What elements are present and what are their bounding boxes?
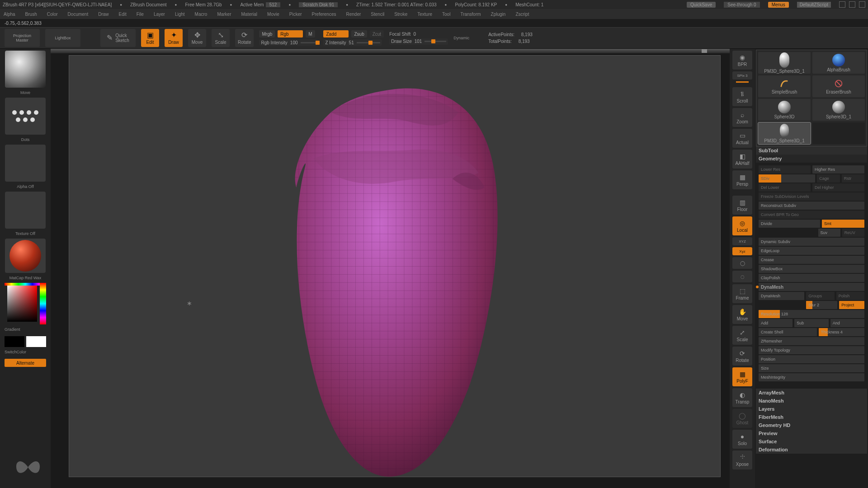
bpr-button[interactable]: ◉BPR (732, 51, 752, 70)
suv-button[interactable]: Suv (818, 229, 840, 237)
ghost-button[interactable]: ◯Ghost (732, 409, 752, 428)
quick-sketch-button[interactable]: ✎Quick Sketch (100, 29, 136, 47)
menu-tool[interactable]: Tool (442, 12, 450, 17)
menu-picker[interactable]: Picker (289, 12, 302, 17)
view-rotate-button[interactable]: ⟳Rotate (732, 347, 752, 366)
viewport[interactable]: ∗ (69, 55, 721, 477)
m-button[interactable]: M (306, 30, 315, 38)
menu-document[interactable]: Document (68, 12, 89, 17)
center-button[interactable]: ◯ (732, 257, 752, 269)
default-zscript[interactable]: DefaultZScript (797, 2, 831, 8)
menu-stroke[interactable]: Stroke (394, 12, 407, 17)
subtool-header[interactable]: SubTool (756, 146, 867, 155)
reuv-button[interactable]: ReUV (842, 229, 864, 237)
claypolish-header[interactable]: ClayPolish (759, 274, 864, 282)
groups-button[interactable]: Groups (806, 292, 834, 300)
thickness-slider[interactable]: Thickness 4 (819, 328, 864, 336)
menu-light[interactable]: Light (175, 12, 185, 17)
deformation-header[interactable]: Deformation (756, 446, 867, 454)
menu-preferences[interactable]: Preferences (312, 12, 336, 17)
gradient-swatches[interactable] (5, 336, 46, 347)
menu-zscript[interactable]: Zscript (515, 12, 529, 17)
active-mem-slider[interactable]: 512 (266, 2, 281, 7)
edgeloop-header[interactable]: EdgeLoop (759, 247, 864, 255)
draw-size-slider[interactable]: Draw Size 101 (389, 38, 448, 45)
zadd-button[interactable]: Zadd (323, 30, 349, 38)
arraymesh-header[interactable]: ArrayMesh (756, 389, 867, 397)
crease-header[interactable]: Crease (759, 256, 864, 264)
z-intensity-slider[interactable]: Z Intensity 51 (323, 39, 382, 46)
convert-bpr-button[interactable]: Convert BPR To Geo (759, 211, 864, 219)
dynamesh-button[interactable]: DynaMesh (759, 292, 804, 300)
minimize-icon[interactable] (839, 1, 845, 8)
stroke-preview[interactable] (5, 98, 46, 135)
project-button[interactable]: Project (839, 301, 864, 309)
rgb-button[interactable]: Rgb (278, 30, 303, 38)
nanomesh-header[interactable]: NanoMesh (756, 397, 867, 405)
floor-button[interactable]: ▥Floor (732, 196, 752, 215)
zremesher-header[interactable]: ZRemesher (759, 337, 864, 345)
del-higher-button[interactable]: Del Higher (812, 183, 864, 192)
rstr-button[interactable]: Rstr (842, 174, 864, 183)
higher-res-button[interactable]: Higher Res (812, 165, 864, 174)
scratch-disk[interactable]: Scratch Disk 91 (299, 2, 338, 7)
menu-render[interactable]: Render (346, 12, 361, 17)
lsym-button[interactable]: XYZ (732, 237, 752, 245)
canvas-top-bar[interactable] (51, 49, 730, 53)
add-button[interactable]: Add (759, 319, 793, 327)
xpose-button[interactable]: ⸭Xpose (732, 450, 752, 469)
menu-transform[interactable]: Transform (460, 12, 481, 17)
actual-button[interactable]: ▭Actual (732, 129, 752, 148)
menu-marker[interactable]: Marker (217, 12, 231, 17)
smt-button[interactable]: Smt (822, 220, 864, 228)
preview-header[interactable]: Preview (756, 429, 867, 437)
projection-master-button[interactable]: Projection Master (5, 29, 40, 47)
and-button[interactable]: And (830, 319, 864, 327)
zsub-button[interactable]: Zsub (351, 30, 367, 38)
menu-brush[interactable]: Brush (25, 12, 37, 17)
size-header[interactable]: Size (759, 364, 864, 372)
blur-slider[interactable]: Blur 2 (806, 301, 837, 309)
sub-button[interactable]: Sub (794, 319, 828, 327)
frame-button[interactable]: ⬚Frame (732, 284, 752, 303)
gradient-label[interactable]: Gradient (5, 327, 20, 332)
del-lower-button[interactable]: Del Lower (759, 183, 811, 192)
switch-color-button[interactable]: SwitchColor (5, 350, 26, 354)
tool-cell-1[interactable]: PM3D_Sphere3D_1 (758, 52, 811, 74)
menu-macro[interactable]: Macro (195, 12, 208, 17)
xyz-button[interactable]: Xyz (732, 247, 752, 255)
view-scale-button[interactable]: ⤢Scale (732, 326, 752, 345)
sdiv-slider[interactable]: SDiv (759, 174, 815, 183)
transp-button[interactable]: ◐Transp (732, 388, 752, 407)
rgb-intensity-slider[interactable]: Rgb Intensity 100 (259, 39, 318, 46)
dynamesh-header[interactable]: DynaMesh (759, 283, 864, 291)
menu-file[interactable]: File (137, 12, 144, 17)
polish-button[interactable]: Polish (836, 292, 864, 300)
rotate-button[interactable]: ⟳Rotate (235, 29, 254, 47)
cage-button[interactable]: Cage (817, 174, 840, 183)
persp-button[interactable]: ▦Persp (732, 170, 752, 189)
alternate-button[interactable]: Alternate (5, 359, 46, 367)
divide-button[interactable]: Divide (759, 220, 820, 228)
color-picker[interactable] (5, 283, 46, 324)
layers-header[interactable]: Layers (756, 405, 867, 413)
maximize-icon[interactable] (849, 1, 855, 8)
move-button[interactable]: ✥Move (188, 29, 206, 47)
seethrough-slider[interactable]: See-through 0 (724, 2, 760, 8)
dynamic-subdiv-header[interactable]: Dynamic Subdiv (759, 238, 864, 246)
menu-zplugin[interactable]: Zplugin (491, 12, 506, 17)
scale-button[interactable]: ⤡Scale (212, 29, 230, 47)
lower-res-button[interactable]: Lower Res (759, 165, 811, 174)
spix-button[interactable]: SPix 3 (732, 71, 752, 80)
brush-preview[interactable] (5, 51, 46, 88)
modify-topology-header[interactable]: Modify Topology (759, 346, 864, 354)
zcut-button[interactable]: Zcut (370, 30, 384, 38)
tool-cell-5[interactable]: Sphere3D (758, 99, 811, 121)
tool-cell-6[interactable]: Sphere3D_1 (812, 99, 865, 121)
zoom-button[interactable]: ⌕Zoom (732, 108, 752, 127)
menu-material[interactable]: Material (241, 12, 258, 17)
quicksave-button[interactable]: QuickSave (687, 2, 716, 8)
reconstruct-subdiv-button[interactable]: Reconstruct Subdiv (759, 202, 864, 210)
solo-button[interactable]: ●Solo (732, 430, 752, 449)
menu-texture[interactable]: Texture (417, 12, 432, 17)
